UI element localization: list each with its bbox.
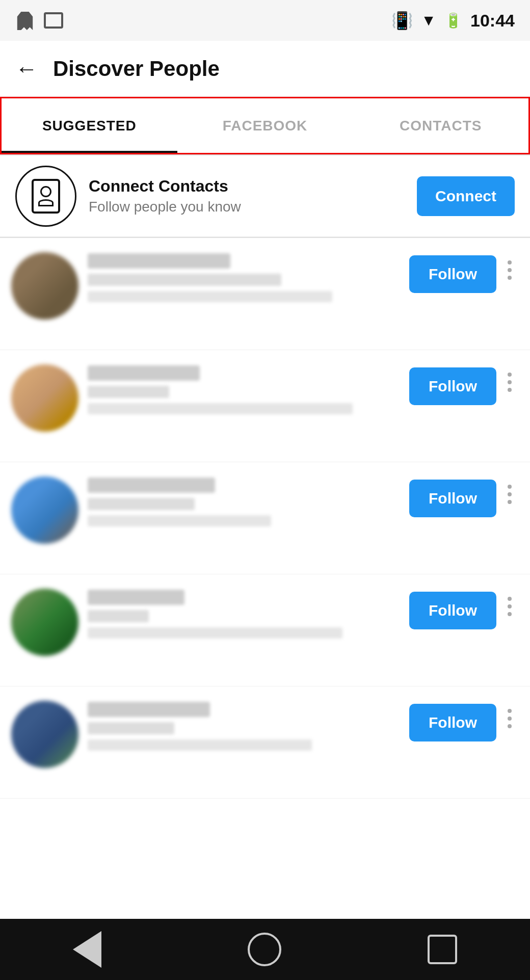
person-name — [88, 702, 210, 717]
person-desc — [88, 627, 342, 639]
follow-button[interactable]: Follow — [409, 592, 496, 629]
person-actions: Follow — [409, 480, 516, 517]
contact-icon-circle — [15, 166, 76, 227]
person-actions: Follow — [409, 592, 516, 629]
dot-icon — [508, 612, 512, 616]
dot-icon — [508, 724, 512, 728]
person-body-icon — [38, 199, 54, 206]
connect-button[interactable]: Connect — [417, 176, 515, 216]
dot-icon — [508, 276, 512, 280]
dot-icon — [508, 597, 512, 601]
person-info — [88, 702, 397, 751]
back-button[interactable]: ← — [15, 58, 38, 80]
list-item: Follow — [0, 574, 530, 686]
dot-icon — [508, 604, 512, 608]
status-bar-left — [15, 11, 63, 30]
recent-nav-icon — [428, 935, 457, 964]
person-sub — [88, 610, 149, 622]
page-title: Discover People — [53, 57, 220, 81]
connect-title: Connect Contacts — [89, 177, 405, 196]
person-desc — [88, 739, 312, 751]
ghost-icon — [15, 11, 35, 30]
status-bar: 📳 ▼ 🔋 10:44 — [0, 0, 530, 41]
dot-icon — [508, 388, 512, 392]
person-sub — [88, 386, 169, 398]
avatar — [11, 252, 78, 320]
more-options-button[interactable] — [503, 367, 516, 397]
image-icon — [44, 12, 63, 29]
dot-icon — [508, 717, 512, 721]
follow-button[interactable]: Follow — [409, 480, 496, 517]
more-options-button[interactable] — [503, 592, 516, 621]
tab-suggested[interactable]: SUGGESTED — [2, 98, 177, 153]
more-options-button[interactable] — [503, 255, 516, 285]
dot-icon — [508, 268, 512, 272]
dot-icon — [508, 373, 512, 377]
connect-subtitle: Follow people you know — [89, 199, 405, 215]
person-desc — [88, 403, 353, 414]
people-list: Follow Follow — [0, 238, 530, 799]
person-sub — [88, 722, 174, 734]
avatar — [11, 589, 78, 656]
list-item: Follow — [0, 350, 530, 462]
person-info — [88, 478, 397, 526]
person-name — [88, 253, 230, 269]
avatar — [11, 476, 78, 544]
dot-icon — [508, 380, 512, 384]
list-item: Follow — [0, 462, 530, 574]
person-desc — [88, 515, 271, 526]
person-name — [88, 365, 200, 381]
person-sub — [88, 274, 281, 286]
person-name — [88, 590, 184, 605]
list-item: Follow — [0, 686, 530, 799]
more-options-button[interactable] — [503, 480, 516, 509]
back-nav-icon — [73, 931, 101, 968]
top-nav: ← Discover People — [0, 41, 530, 97]
follow-button[interactable]: Follow — [409, 367, 496, 405]
person-actions: Follow — [409, 367, 516, 405]
tabs-container: SUGGESTED FACEBOOK CONTACTS — [0, 97, 530, 153]
dot-icon — [508, 485, 512, 489]
person-info — [88, 253, 397, 302]
connect-contacts-row: Connect Contacts Follow people you know … — [0, 155, 530, 237]
list-item: Follow — [0, 238, 530, 350]
dot-icon — [508, 260, 512, 264]
person-actions: Follow — [409, 704, 516, 741]
person-info — [88, 365, 397, 414]
wifi-icon: ▼ — [421, 12, 436, 29]
avatar — [11, 364, 78, 432]
dot-icon — [508, 709, 512, 713]
more-options-button[interactable] — [503, 704, 516, 733]
follow-button[interactable]: Follow — [409, 255, 496, 293]
connect-text: Connect Contacts Follow people you know — [89, 177, 405, 215]
home-nav-icon — [248, 933, 281, 966]
person-desc — [88, 291, 332, 302]
home-nav-button[interactable] — [248, 933, 281, 966]
person-name — [88, 478, 215, 493]
person-actions: Follow — [409, 255, 516, 293]
status-time: 10:44 — [470, 11, 515, 31]
dot-icon — [508, 500, 512, 504]
avatar — [11, 701, 78, 768]
follow-button[interactable]: Follow — [409, 704, 496, 741]
bottom-nav — [0, 919, 530, 980]
person-info — [88, 590, 397, 639]
recent-nav-button[interactable] — [428, 935, 457, 964]
person-icon — [38, 186, 54, 206]
battery-icon: 🔋 — [444, 12, 462, 29]
back-nav-button[interactable] — [73, 931, 101, 968]
contact-card-icon — [32, 179, 60, 214]
tab-facebook[interactable]: FACEBOOK — [177, 98, 353, 153]
tab-contacts[interactable]: CONTACTS — [353, 98, 528, 153]
person-head-icon — [40, 186, 51, 197]
vibrate-icon: 📳 — [391, 10, 413, 31]
person-sub — [88, 498, 195, 510]
dot-icon — [508, 492, 512, 496]
status-bar-right: 📳 ▼ 🔋 10:44 — [391, 10, 515, 31]
